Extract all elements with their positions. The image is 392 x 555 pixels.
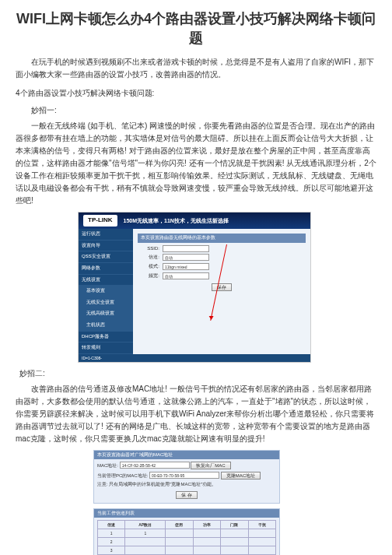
table-row: 3 (98, 546, 276, 555)
save-button[interactable]: 保存 (212, 283, 232, 291)
sidebar-item[interactable]: DHCP服务器 (79, 332, 133, 343)
pc-mac-label: 当前管理PC的MAC地址: (97, 473, 148, 478)
mac-panel-title: 本页设置路由器对广域网的MAC地址 (94, 451, 279, 460)
sidebar-item[interactable]: 主机状态 (79, 320, 133, 332)
mac-input[interactable]: 14-CF-92-2B-58-42 (120, 462, 190, 469)
sidebar-item[interactable]: 基本设置 (79, 286, 133, 297)
channel-list-panel: 当前工作信道列表 信道 AP数目 使用 功率 门限 干扰 1 1 2 (93, 508, 280, 555)
sidebar-item[interactable]: 设置向导 (79, 241, 133, 252)
intro-paragraph: 在玩手机的时候遇到视频刷不出来或者游戏卡顿的时候，总觉得是不是有人盗用了自家的W… (16, 56, 376, 81)
table-row: 2 (98, 538, 276, 546)
save-button-2[interactable]: 保 存 (176, 491, 198, 499)
section-heading: 4个路由器设置小技巧解决网络卡顿问题: (16, 87, 376, 100)
clone-mac-button[interactable]: 克隆MAC地址 (221, 472, 261, 479)
pc-mac-input[interactable]: 00-E0-70-70-58-95 (149, 472, 219, 479)
restore-mac-button[interactable]: 恢复出厂MAC (191, 462, 230, 469)
page-title: WIFI上网卡顿怎么办4个路由器设置小技巧解决网络卡顿问题 (16, 9, 376, 48)
router-header: TP-LINK 150M无线速率，11N技术，无线生活新选择 (79, 213, 310, 229)
mac-note: 注意: 只有局域网中的计算机能使用"克隆MAC地址"功能。 (97, 481, 276, 489)
router-slogan: 150M无线速率，11N技术，无线生活新选择 (124, 216, 229, 225)
sidebar-item[interactable]: 网络参数 (79, 263, 133, 275)
sidebar-item[interactable]: 转发规则 (79, 342, 133, 354)
table-row: 1 1 (98, 529, 276, 538)
mac-label: MAC地址: (97, 463, 118, 468)
tip2-paragraph: 改善路由器的信号通道及修改MAC地址! 一般信号干扰的情况还有邻居家的路由器，当… (16, 383, 376, 445)
router-bottom-bar: ID=1-C308- (79, 354, 310, 362)
ssid-input[interactable] (163, 245, 209, 252)
router-screenshot-1: TP-LINK 150M无线速率，11N技术，无线生活新选择 运行状态 设置向导… (78, 212, 311, 362)
mode-label: 模式: (138, 263, 159, 271)
bw-select[interactable]: 自动 (163, 272, 209, 279)
mode-select[interactable]: 11bgn mixed (163, 263, 209, 270)
col-header: 干扰 (248, 521, 275, 529)
col-header: 门限 (221, 521, 248, 529)
tplink-logo: TP-LINK (83, 215, 117, 227)
col-header: 功率 (193, 521, 220, 529)
channel-label: 信道: (138, 254, 159, 262)
tip1-paragraph: 一般在无线终端 (如手机、笔记本) 网速慢的时候，你要先看路由器的位置是否合理。… (16, 120, 376, 207)
channel-table: 信道 AP数目 使用 功率 门限 干扰 1 1 2 (97, 520, 276, 555)
ssid-label: SSID: (138, 245, 159, 253)
panel-title: 本页设置路由器无线网络的基本参数 (138, 234, 306, 243)
col-header: AP数目 (125, 521, 166, 529)
sidebar-item[interactable]: 无线设置 (79, 275, 133, 286)
channel-select[interactable]: 自动 (163, 254, 209, 261)
sidebar-item[interactable]: QSS安全设置 (79, 251, 133, 263)
col-header: 使用 (166, 521, 193, 529)
mac-clone-panel: 本页设置路由器对广域网的MAC地址 MAC地址: 14-CF-92-2B-58-… (93, 450, 280, 504)
sidebar-item[interactable]: 无线安全设置 (79, 297, 133, 309)
col-header: 信道 (98, 521, 125, 529)
channel-panel-title: 当前工作信道列表 (94, 509, 279, 518)
tip2-heading: 妙招二: (19, 367, 376, 380)
router-screenshot-2: 本页设置路由器对广域网的MAC地址 MAC地址: 14-CF-92-2B-58-… (93, 450, 280, 555)
tip1-heading: 妙招一: (31, 104, 376, 117)
bw-label: 频宽: (138, 272, 159, 280)
router-sidebar: 运行状态 设置向导 QSS安全设置 网络参数 无线设置 基本设置 无线安全设置 … (79, 229, 133, 354)
sidebar-item[interactable]: 运行状态 (79, 229, 133, 241)
router-main-pane: 本页设置路由器无线网络的基本参数 SSID: 信道: 自动 模式: 11bgn … (133, 229, 310, 354)
sidebar-item-active[interactable]: 无线高级设置 (79, 308, 133, 320)
